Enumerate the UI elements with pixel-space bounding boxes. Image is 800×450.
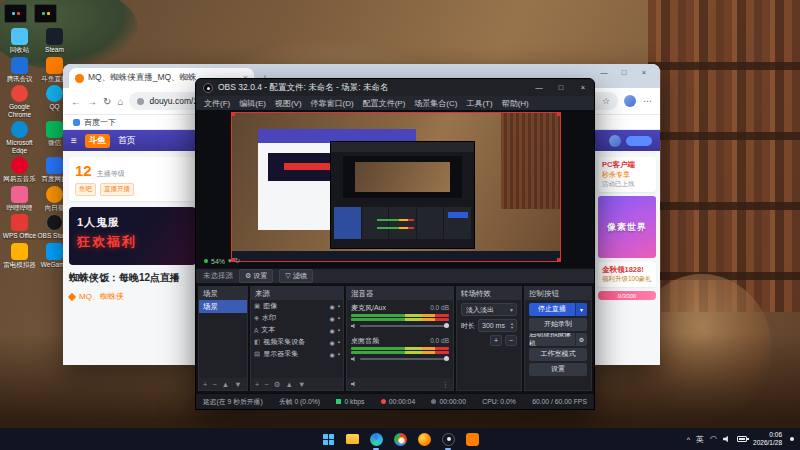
remove-scene-icon[interactable]: − — [212, 380, 216, 389]
source-filters-button[interactable]: ▽ 滤镜 — [279, 269, 312, 283]
badge-live[interactable]: 直播开播 — [100, 183, 134, 196]
selection-handle[interactable] — [231, 112, 235, 116]
bookmark-item[interactable]: 百度一下 — [84, 117, 116, 128]
lock-icon[interactable]: ▪ — [338, 315, 340, 321]
user-avatar[interactable] — [609, 135, 621, 147]
source-properties-button[interactable]: ⚙ 设置 — [239, 269, 273, 283]
source-up-icon[interactable]: ▲ — [286, 380, 293, 389]
start-button[interactable] — [320, 431, 336, 447]
selection-handle[interactable] — [557, 112, 561, 116]
stop-streaming-button[interactable]: 停止直播 ▾ — [529, 303, 587, 316]
site-info-icon[interactable] — [137, 98, 144, 105]
favorite-star-icon[interactable]: ☆ — [602, 96, 610, 106]
scene-up-icon[interactable]: ▲ — [222, 380, 229, 389]
desktop-icon-recycle-bin[interactable]: 回收站 — [2, 28, 37, 54]
browser-menu-icon[interactable]: ⋯ — [643, 96, 652, 106]
visibility-eye-icon[interactable]: ◉ — [330, 351, 335, 358]
preview-canvas[interactable] — [232, 113, 560, 261]
desktop-icon-steam[interactable]: Steam — [37, 28, 72, 54]
remove-source-icon[interactable]: − — [264, 380, 268, 389]
hamburger-menu-icon[interactable]: ≡ — [71, 135, 77, 146]
desktop-icon-chrome[interactable]: Google Chrome — [2, 85, 37, 118]
lock-icon[interactable]: ▪ — [338, 351, 340, 357]
add-source-icon[interactable]: + — [255, 380, 259, 389]
pixel-world-banner[interactable]: 像素世界 — [598, 196, 656, 258]
desktop-icon-tencent-meeting[interactable]: 腾讯会议 — [2, 57, 37, 83]
volume-icon[interactable] — [723, 435, 731, 443]
battery-icon[interactable] — [737, 436, 747, 442]
start-virtual-camera-button[interactable]: 启动虚拟摄像机 ⚙ — [529, 333, 587, 346]
pinned-tile[interactable] — [34, 4, 57, 23]
preview-zoom-indicator[interactable]: 54% ▾ ↻ — [204, 257, 240, 265]
close-button[interactable]: × — [634, 64, 654, 80]
volume-slider[interactable] — [360, 358, 449, 360]
obs-title-bar[interactable]: OBS 32.0.4 - 配置文件: 未命名 - 场景: 未命名 — □ × — [196, 79, 594, 96]
visibility-eye-icon[interactable]: ◉ — [330, 303, 335, 310]
settings-button[interactable]: 设置 — [529, 363, 587, 376]
taskbar-firefox[interactable] — [416, 431, 432, 447]
volume-slider[interactable] — [360, 325, 449, 327]
spinner-arrows[interactable]: ▲ ▼ — [510, 322, 514, 330]
reload-icon[interactable]: ↻ — [103, 96, 111, 107]
wifi-icon[interactable]: ◠ — [710, 435, 717, 443]
ime-indicator[interactable]: 英 — [696, 434, 704, 445]
taskbar-chrome[interactable] — [392, 431, 408, 447]
slider-knob[interactable] — [444, 356, 449, 361]
source-row[interactable]: ▤ 显示器采集 ◉ ▪ — [251, 348, 343, 360]
minimize-button[interactable]: — — [528, 79, 550, 96]
badge-yuba[interactable]: 鱼吧 — [75, 183, 96, 196]
reset-zoom-icon[interactable]: ↻ — [235, 257, 241, 265]
taskbar-obs[interactable] — [440, 431, 456, 447]
start-recording-button[interactable]: 开始录制 — [529, 318, 587, 331]
menu-scene-collection[interactable]: 场景集合(C) — [414, 98, 457, 109]
lock-icon[interactable]: ▪ — [338, 339, 340, 345]
visibility-eye-icon[interactable]: ◉ — [330, 327, 335, 334]
source-row[interactable]: ◧ 视频采集设备 ◉ ▪ — [251, 336, 343, 348]
menu-help[interactable]: 帮助(H) — [502, 98, 529, 109]
selection-handle[interactable] — [557, 258, 561, 262]
back-icon[interactable]: ← — [71, 96, 81, 107]
scene-item[interactable]: 场景 — [199, 300, 247, 313]
minimize-button[interactable]: — — [594, 64, 614, 80]
source-properties-icon[interactable]: ⚙ — [274, 380, 281, 389]
remove-transition-button[interactable]: − — [505, 335, 517, 346]
menu-edit[interactable]: 编辑(E) — [239, 98, 266, 109]
desktop-icon-edge[interactable]: Microsoft Edge — [2, 121, 37, 154]
slider-knob[interactable] — [444, 323, 449, 328]
streamer-name[interactable]: MQ、蜘蛛侠 — [79, 291, 124, 302]
vcam-settings-gear-icon[interactable]: ⚙ — [575, 333, 587, 346]
lock-icon[interactable]: ▪ — [338, 303, 340, 309]
lock-icon[interactable]: ▪ — [338, 327, 340, 333]
douyu-logo[interactable]: 斗鱼 — [85, 134, 110, 148]
desktop-icon-ldplayer[interactable]: 雷电模拟器 — [2, 243, 37, 269]
close-button[interactable]: × — [572, 79, 594, 96]
add-transition-button[interactable]: + — [490, 335, 502, 346]
pinned-tile[interactable] — [4, 4, 27, 23]
menu-profile[interactable]: 配置文件(P) — [363, 98, 406, 109]
notification-icon[interactable] — [790, 437, 794, 441]
desktop-icon-bilibili[interactable]: 哔哩哔哩 — [2, 186, 37, 212]
source-row[interactable]: A 文本 ◉ ▪ — [251, 324, 343, 336]
studio-mode-button[interactable]: 工作室模式 — [529, 348, 587, 361]
header-action-pill[interactable] — [626, 136, 652, 146]
taskbar-file-explorer[interactable] — [344, 431, 360, 447]
visibility-eye-icon[interactable]: ◉ — [330, 315, 335, 322]
desktop-icon-netease-music[interactable]: 网易云音乐 — [2, 157, 37, 183]
mixer-menu-icon[interactable]: ⋮ — [442, 380, 450, 389]
add-scene-icon[interactable]: + — [203, 380, 207, 389]
taskbar-douyu[interactable] — [464, 431, 480, 447]
source-row[interactable]: ▣ 图像 ◉ ▪ — [251, 300, 343, 312]
duration-spinner[interactable]: 300 ms ▲ ▼ — [478, 319, 517, 332]
scene-down-icon[interactable]: ▼ — [234, 380, 241, 389]
visibility-eye-icon[interactable]: ◉ — [330, 339, 335, 346]
menu-tools[interactable]: 工具(T) — [466, 98, 492, 109]
maximize-button[interactable]: □ — [614, 64, 634, 80]
autumn-promo-card[interactable]: 金秋领1828! 福利升级100豪礼 — [598, 262, 656, 287]
tray-overflow-icon[interactable]: ^ — [687, 436, 690, 443]
menu-file[interactable]: 文件(F) — [204, 98, 230, 109]
speaker-icon[interactable] — [351, 356, 357, 362]
source-down-icon[interactable]: ▼ — [298, 380, 305, 389]
forward-icon[interactable]: → — [87, 96, 97, 107]
nav-home-link[interactable]: 首页 — [118, 134, 136, 147]
home-icon[interactable]: ⌂ — [117, 96, 123, 107]
